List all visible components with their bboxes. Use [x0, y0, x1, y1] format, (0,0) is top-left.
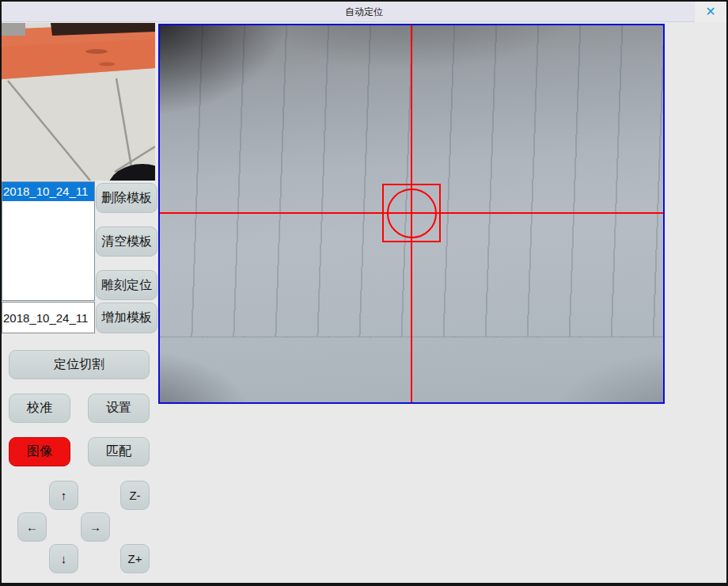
jog-z-plus-button[interactable]: Z+ [120, 544, 150, 573]
engrave-position-button[interactable]: 雕刻定位 [96, 270, 157, 300]
jog-z-minus-button[interactable]: Z- [120, 481, 150, 510]
thumbnail-photo [2, 23, 155, 181]
camera-view[interactable] [158, 24, 665, 404]
window-title: 自动定位 [2, 2, 726, 22]
delete-template-button[interactable]: 删除模板 [96, 183, 157, 213]
target-circle [387, 188, 437, 238]
calibrate-button[interactable]: 校准 [9, 394, 70, 423]
auto-position-dialog: 自动定位 ✕ 2018_10_24_11 删除模板 清空模板 雕刻定位 增加模板 [0, 0, 728, 586]
jog-up-button[interactable]: ↑ [49, 481, 78, 510]
jog-down-button[interactable]: ↓ [49, 544, 78, 573]
title-bar: 自动定位 ✕ [2, 2, 726, 22]
clear-templates-button[interactable]: 清空模板 [96, 226, 157, 257]
position-cut-button[interactable]: 定位切割 [9, 350, 150, 379]
template-thumbnail[interactable] [2, 23, 155, 181]
jog-left-button[interactable]: ← [17, 512, 47, 542]
match-button[interactable]: 匹配 [88, 437, 150, 466]
template-list[interactable]: 2018_10_24_11 [2, 181, 95, 301]
image-button[interactable]: 图像 [9, 437, 70, 466]
settings-button[interactable]: 设置 [88, 394, 150, 423]
list-item[interactable]: 2018_10_24_11 [2, 182, 94, 201]
jog-right-button[interactable]: → [81, 512, 110, 542]
close-icon[interactable]: ✕ [695, 2, 726, 22]
add-template-button[interactable]: 增加模板 [96, 303, 157, 333]
template-name-input[interactable] [2, 302, 95, 333]
